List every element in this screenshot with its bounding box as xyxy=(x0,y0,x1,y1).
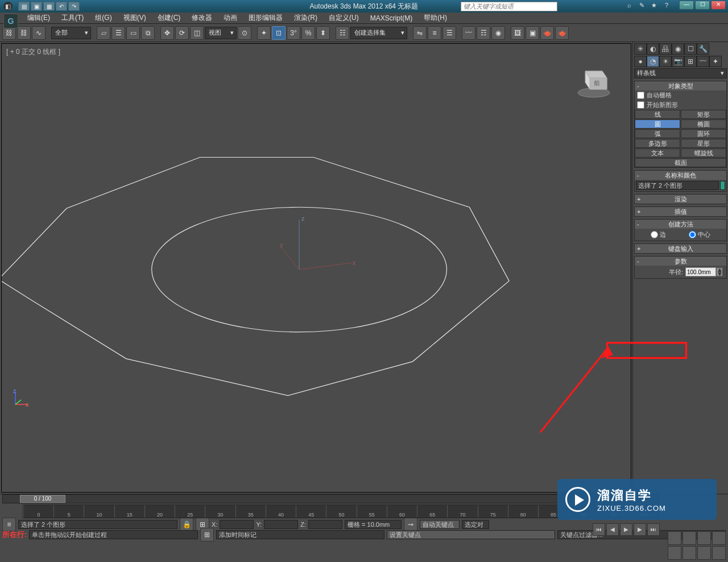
subtab-geometry[interactable]: ● xyxy=(634,56,647,67)
menu-grapheditors[interactable]: 图形编辑器 xyxy=(244,12,287,24)
tab-utilities[interactable]: 🔧 xyxy=(697,43,709,55)
unlink-icon[interactable]: ⛓ xyxy=(17,26,31,40)
select-name-icon[interactable]: ☰ xyxy=(111,26,125,40)
coord-z[interactable] xyxy=(308,520,342,529)
tab-modify[interactable]: ◐ xyxy=(647,43,659,55)
maximize-viewport-icon[interactable] xyxy=(682,546,696,560)
snap-toggle-icon[interactable]: ⊡ xyxy=(272,26,286,40)
menu-help[interactable]: 帮助(H) xyxy=(419,12,452,24)
help-icon[interactable]: ? xyxy=(662,2,671,11)
spinner-snap-icon[interactable]: ⬍ xyxy=(316,26,330,40)
qa-undo-icon[interactable]: ↶ xyxy=(56,2,67,11)
menu-create[interactable]: 创建(C) xyxy=(153,12,185,24)
next-frame-icon[interactable]: ▶ xyxy=(634,523,646,536)
btn-ellipse[interactable]: 椭圆 xyxy=(681,119,726,129)
scale-icon[interactable]: ◫ xyxy=(190,26,204,40)
tab-hierarchy[interactable]: 品 xyxy=(659,43,672,55)
subtab-helpers[interactable]: ⊞ xyxy=(684,56,697,67)
rollhead-object-type[interactable]: -对象类型 xyxy=(635,81,726,90)
btn-line[interactable]: 线 xyxy=(635,110,680,119)
rollhead-name-color[interactable]: -名称和颜色 xyxy=(635,171,726,180)
named-sel-icon[interactable]: ☷ xyxy=(336,26,349,40)
close-button[interactable]: ✕ xyxy=(711,1,726,10)
manip-icon[interactable]: ✦ xyxy=(257,26,271,40)
wrench-icon[interactable]: ✎ xyxy=(637,2,646,11)
radius-input[interactable] xyxy=(685,267,716,276)
pan-icon[interactable] xyxy=(668,531,681,545)
btn-rectangle[interactable]: 矩形 xyxy=(681,110,726,119)
rollhead-render[interactable]: +渲染 xyxy=(635,195,726,204)
schematic-icon[interactable]: ☶ xyxy=(477,26,490,40)
menu-tools[interactable]: 工具(T) xyxy=(57,12,88,24)
qa-save-icon[interactable]: ▦ xyxy=(43,2,55,11)
menu-views[interactable]: 视图(V) xyxy=(119,12,151,24)
zoom-icon[interactable] xyxy=(682,531,696,545)
viewport[interactable]: [ + 0 正交 0 线框 ] z x y 前 zx xyxy=(1,43,631,493)
timetag-icon[interactable]: ⊞ xyxy=(200,528,214,542)
window-cross-icon[interactable]: ⧉ xyxy=(141,26,155,40)
fov-icon[interactable] xyxy=(712,531,726,545)
radio-center[interactable] xyxy=(689,231,696,238)
maximize-button[interactable]: ☐ xyxy=(695,1,710,10)
btn-donut[interactable]: 圆环 xyxy=(681,129,726,138)
lock-icon[interactable]: 🔒 xyxy=(180,518,193,531)
time-slider-knob[interactable]: 0 / 100 xyxy=(20,495,65,503)
add-time-tag[interactable]: 添加时间标记 xyxy=(216,530,384,539)
zoom-region-icon[interactable] xyxy=(712,546,726,560)
menu-group[interactable]: 组(G) xyxy=(90,12,116,24)
render-frame-icon[interactable]: ▣ xyxy=(526,26,539,40)
chk-newshape[interactable] xyxy=(637,101,644,109)
tab-create[interactable]: ✳ xyxy=(634,43,647,55)
render-setup-icon[interactable]: 🖼 xyxy=(511,26,524,40)
prev-frame-icon[interactable]: ◀ xyxy=(606,523,619,536)
viewcube[interactable]: 前 xyxy=(574,61,614,101)
rotate-icon[interactable]: ⟳ xyxy=(175,26,189,40)
select-icon[interactable]: ▱ xyxy=(97,26,110,40)
subtab-systems[interactable]: ✦ xyxy=(709,56,722,67)
material-editor-icon[interactable]: ◉ xyxy=(491,26,505,40)
qa-redo-icon[interactable]: ↷ xyxy=(68,2,80,11)
setkey-button[interactable]: 设置关键点 xyxy=(387,530,555,539)
rollhead-method[interactable]: -创建方法 xyxy=(635,220,726,229)
radius-spinner[interactable]: ▲▼ xyxy=(716,267,723,276)
tab-motion[interactable]: ◉ xyxy=(672,43,684,55)
menu-modifiers[interactable]: 修改器 xyxy=(187,12,217,24)
radio-edge[interactable] xyxy=(651,231,658,238)
selection-filter-drop[interactable]: 全部 xyxy=(51,27,91,39)
minimize-button[interactable]: — xyxy=(679,1,694,10)
category-drop[interactable]: 样条线 xyxy=(634,68,727,78)
qa-new-icon[interactable]: ▤ xyxy=(18,2,30,11)
chk-autogrid[interactable] xyxy=(637,92,644,99)
refcoord-drop[interactable]: 视图 xyxy=(205,27,237,39)
btn-ngon[interactable]: 多边形 xyxy=(635,139,680,148)
star-icon[interactable]: ★ xyxy=(650,2,659,11)
render-prod-icon[interactable]: 🫖 xyxy=(555,26,569,40)
subtab-cameras[interactable]: 📷 xyxy=(672,56,684,67)
menu-edit[interactable]: 编辑(E) xyxy=(23,12,55,24)
menu-animation[interactable]: 动画 xyxy=(219,12,242,24)
binoculars-icon[interactable]: ⌕ xyxy=(624,2,634,11)
render-icon[interactable]: 🫖 xyxy=(540,26,554,40)
btn-helix[interactable]: 螺旋线 xyxy=(681,148,726,158)
walk-icon[interactable] xyxy=(697,546,711,560)
btn-section[interactable]: 截面 xyxy=(635,158,726,167)
object-name-input[interactable] xyxy=(636,181,719,190)
menu-customize[interactable]: 自定义(U) xyxy=(324,12,363,24)
angle-snap-icon[interactable]: 3° xyxy=(287,26,300,40)
align-icon[interactable]: ≡ xyxy=(428,26,441,40)
rollhead-interp[interactable]: +插值 xyxy=(635,207,726,216)
tab-display[interactable]: ☐ xyxy=(684,43,697,55)
btn-circle[interactable]: 圆 xyxy=(635,119,680,129)
btn-text[interactable]: 文本 xyxy=(635,148,680,158)
pivot-icon[interactable]: ⊙ xyxy=(238,26,251,40)
help-search-input[interactable] xyxy=(461,2,557,11)
color-swatch[interactable] xyxy=(720,181,725,190)
key-icon[interactable]: ⊸ xyxy=(404,518,417,531)
bind-icon[interactable]: ∿ xyxy=(32,26,46,40)
percent-snap-icon[interactable]: % xyxy=(301,26,315,40)
rect-select-icon[interactable]: ▭ xyxy=(126,26,140,40)
autokey-button[interactable]: 自动关键点 xyxy=(420,520,460,529)
menu-maxscript[interactable]: MAXScript(M) xyxy=(366,13,417,23)
play-icon[interactable]: ▶ xyxy=(620,523,632,536)
mirror-icon[interactable]: ⇋ xyxy=(413,26,427,40)
